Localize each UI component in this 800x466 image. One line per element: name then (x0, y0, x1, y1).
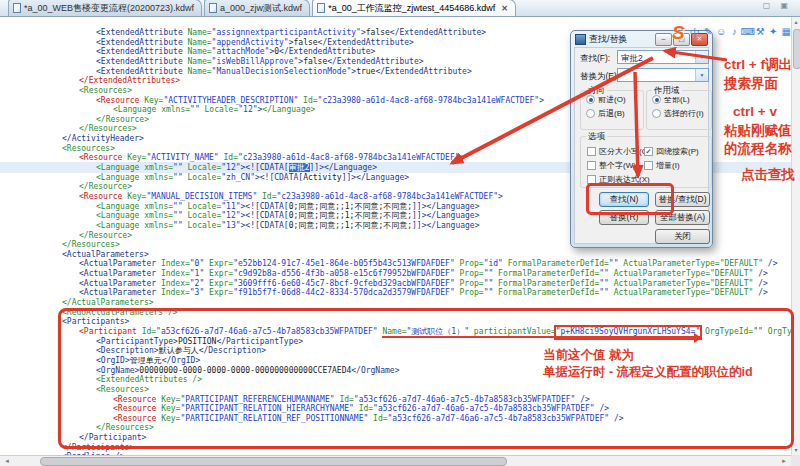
radio-unselected-icon[interactable] (586, 109, 595, 118)
code-token: "DEFAULT" (710, 288, 753, 297)
radio-selected-icon[interactable] (652, 95, 661, 104)
scroll-right-icon[interactable]: ▸ (778, 456, 790, 466)
code-token: "isWebBillApprove" (212, 57, 299, 66)
editor-tab[interactable]: a_000_zjw测试.kdwf (204, 0, 310, 16)
code-line: <Resources> (79, 86, 132, 96)
annotation-shortcut-paste-line2: 粘贴刚赋值 (724, 122, 792, 140)
code-token: "attachMode" (212, 47, 270, 56)
replace-input[interactable]: ▼ (617, 68, 709, 82)
code-token: <ExtendedAttribute (96, 47, 188, 56)
radio-unselected-icon[interactable] (652, 109, 661, 118)
code-token: Index= (161, 259, 190, 268)
code-token: Locale= (183, 211, 222, 220)
scrollbar-corner (791, 455, 800, 466)
code-token: "" (599, 279, 609, 288)
code-token: </Resource> (79, 231, 132, 240)
application-window: *a_00_WEB售楼变更流程(20200723).kdwfa_000_zjw测… (0, 0, 800, 466)
code-token: "" (609, 259, 619, 268)
close-tab-icon[interactable]: ✕ (501, 4, 508, 13)
code-line: <Language xmlns="" Locale="13"><![CDATA[… (96, 221, 479, 231)
code-token: "12" (221, 211, 240, 220)
code-token: </ActualParameters> (62, 298, 154, 307)
code-token: ActualParameterType= (609, 279, 710, 288)
checkbox-unchecked-icon[interactable] (587, 147, 596, 156)
code-token: ]]></Language> (310, 163, 377, 172)
close-button[interactable]: 关闭 (655, 229, 710, 244)
chinese-mode-icon[interactable]: 中 (689, 26, 702, 40)
chevron-down-icon[interactable]: ▼ (695, 51, 708, 63)
radio-option[interactable]: 后退(B) (586, 108, 643, 119)
direction-group: 方向 前进(O)后退(B) (580, 90, 644, 130)
code-token: <ActualParameter (79, 288, 161, 297)
code-line: <Language xmlns="" Locale="12"><![CDATA[… (96, 211, 479, 221)
code-token: </Resources> (79, 124, 137, 133)
code-token: <ExtendedAttribute (96, 57, 188, 66)
checkbox-option[interactable]: 整个字(W) (587, 160, 639, 171)
code-token: 0;同意;同意;;1;不同意;不同意; (289, 221, 412, 230)
voice-icon[interactable]: ♪ (728, 26, 741, 40)
find-input[interactable]: 审批2 ▼ (617, 50, 709, 64)
editor-tab[interactable]: *a_00_WEB售楼变更流程(20200723).kdwf (8, 0, 202, 16)
code-token: </Language> (262, 105, 315, 114)
skin-icon[interactable]: ✦ (767, 26, 780, 40)
code-token: ]]></Language> (412, 221, 479, 230)
horizontal-scroll-thumb[interactable] (40, 457, 507, 466)
checkbox-label: 区分大小写(C) (599, 146, 650, 157)
horizontal-scrollbar[interactable]: ◂ ▸ (0, 455, 791, 466)
code-token: xmlns= (144, 221, 173, 230)
find-replace-dialog[interactable]: 查找/替换 –▢✕ 查找(F): 审批2 ▼ 替换为(E): ▼ 方向 前进(O… (570, 30, 713, 248)
checkbox-option[interactable]: 区分大小写(C) (587, 146, 639, 157)
radio-option[interactable]: 选择的行(I) (652, 108, 711, 119)
checkbox-checked-icon[interactable]: ✓ (644, 147, 653, 156)
code-token: Activity (303, 173, 342, 182)
code-line: </Resource> (79, 182, 132, 192)
code-token: Name= (188, 28, 212, 37)
code-token: "ACTIVITY_NAME" (146, 153, 218, 162)
apps-icon[interactable]: ▦ (780, 26, 793, 40)
code-token: <Language (96, 202, 144, 211)
checkbox-unchecked-icon[interactable] (587, 161, 596, 170)
checkbox-option[interactable]: 增量(I) (644, 160, 710, 171)
code-token: Expr= (204, 279, 233, 288)
code-token: <ActualParameter (79, 279, 161, 288)
code-token: <Language (96, 221, 144, 230)
code-token: Expr= (204, 259, 233, 268)
minimize-button[interactable]: – (655, 33, 672, 46)
code-token: FormalParameterDefId= (503, 259, 609, 268)
chevron-down-icon[interactable]: ▼ (695, 69, 708, 81)
checkbox-unchecked-icon[interactable] (644, 161, 653, 170)
selected-match-text: 审批2 (289, 163, 310, 172)
code-token: <ExtendedAttribute (96, 28, 188, 37)
code-line: <ExtendedAttribute Name="ManualDecisionS… (96, 67, 472, 77)
tools-icon[interactable]: ⚒ (754, 26, 767, 40)
code-token: <ExtendedAttribute (96, 67, 188, 76)
code-token: "ManualDecisionSelectionMode" (212, 67, 352, 76)
scroll-down-icon[interactable]: ▾ (792, 445, 800, 455)
code-token: false (366, 28, 390, 37)
code-token: Locale= (200, 105, 239, 114)
file-icon (209, 3, 217, 13)
code-line: <Language xmlns="" Locale="12"></Languag… (113, 105, 315, 115)
radio-selected-icon[interactable] (586, 95, 595, 104)
code-token: xmlns= (161, 105, 190, 114)
code-token: FormalParameterDefId= (493, 279, 599, 288)
code-line: <ExtendedAttribute Name="appendActivity"… (96, 38, 414, 48)
pen-icon[interactable]: ✎ (702, 26, 715, 40)
code-token: "" (599, 288, 609, 297)
code-token: "" (173, 202, 183, 211)
code-token: Prop= (455, 288, 484, 297)
code-token: ><![CDATA[ (255, 173, 303, 182)
emoji-icon[interactable]: ☺ (715, 26, 728, 40)
sogou-logo-icon[interactable]: S (672, 23, 685, 43)
keyboard-icon[interactable]: ⌨ (741, 26, 754, 40)
editor-tab[interactable]: *a_00_工作流监控_zjwtest_4454686.kdwf✕ (312, 0, 516, 16)
file-icon (317, 3, 325, 13)
code-token: <ExtendedAttribute (96, 38, 188, 47)
checkbox-option[interactable]: ✓回绕搜索(P) (644, 146, 710, 157)
code-token: "" (190, 105, 200, 114)
code-line: <ActualParameter Index="3" Expr="f91b5f7… (79, 288, 768, 298)
code-line: <ExtendedAttribute Name="assignnextparti… (96, 28, 486, 38)
annotation-click-find: 点击查找 (741, 166, 795, 184)
dialog-icon (575, 34, 586, 45)
scroll-left-icon[interactable]: ◂ (1, 456, 13, 466)
